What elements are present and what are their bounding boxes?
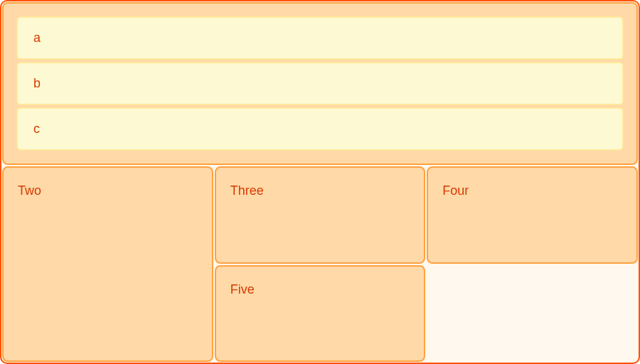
cell-label: Two — [18, 183, 41, 198]
cell-five: Five — [215, 265, 426, 363]
grid-root: a b c Two Three Four Five — [0, 0, 640, 364]
cell-one-list: a b c — [16, 16, 624, 151]
list-item: b — [16, 62, 624, 105]
cell-three: Three — [215, 166, 426, 264]
cell-label: Five — [230, 282, 255, 296]
list-item: a — [16, 16, 624, 60]
cell-label: Three — [230, 183, 264, 198]
cell-one: a b c — [2, 2, 638, 165]
cell-label: Four — [442, 183, 469, 198]
cell-two: Two — [2, 166, 213, 362]
list-item-label: a — [33, 31, 41, 45]
cell-four: Four — [427, 166, 638, 264]
list-item-label: c — [33, 122, 40, 136]
list-item-label: b — [33, 76, 41, 90]
list-item: c — [16, 107, 624, 151]
